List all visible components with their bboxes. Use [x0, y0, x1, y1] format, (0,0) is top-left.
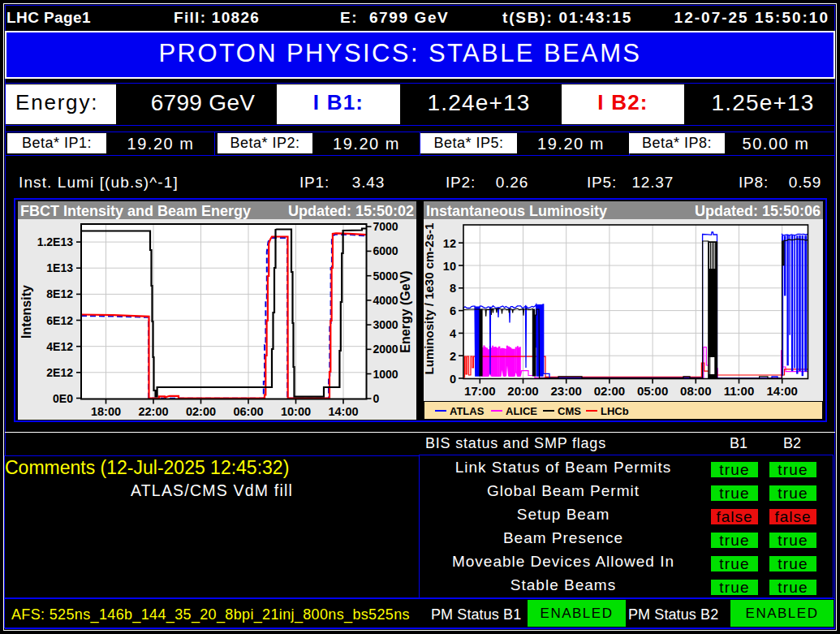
- svg-text:Luminosity / 1e30 cm-2s-1: Luminosity / 1e30 cm-2s-1: [422, 223, 436, 375]
- svg-text:11:00: 11:00: [724, 384, 755, 398]
- svg-text:7000: 7000: [373, 220, 398, 233]
- svg-text:6: 6: [450, 304, 456, 317]
- svg-text:4000: 4000: [373, 294, 398, 307]
- svg-text:17:00: 17:00: [464, 384, 495, 398]
- svg-text:Intensity: Intensity: [19, 285, 33, 339]
- svg-text:6000: 6000: [373, 244, 398, 257]
- svg-text:ALICE: ALICE: [506, 405, 537, 417]
- svg-text:3000: 3000: [373, 318, 398, 331]
- svg-text:5000: 5000: [373, 270, 398, 282]
- svg-text:20:00: 20:00: [507, 384, 538, 398]
- svg-text:1E13: 1E13: [46, 261, 73, 274]
- svg-text:0: 0: [373, 392, 380, 405]
- svg-text:05:00: 05:00: [637, 384, 668, 398]
- svg-text:4: 4: [450, 327, 456, 340]
- svg-text:18:00: 18:00: [91, 405, 121, 418]
- svg-text:02:00: 02:00: [594, 384, 625, 398]
- svg-text:Energy (GeV): Energy (GeV): [398, 270, 412, 352]
- svg-text:CMS: CMS: [558, 405, 581, 417]
- svg-text:08:00: 08:00: [680, 384, 711, 398]
- svg-text:1.2E13: 1.2E13: [37, 235, 74, 248]
- svg-text:06:00: 06:00: [233, 405, 263, 418]
- svg-text:10:00: 10:00: [281, 405, 311, 418]
- svg-text:02:00: 02:00: [186, 405, 216, 418]
- svg-text:8E12: 8E12: [46, 287, 73, 300]
- svg-text:6E12: 6E12: [46, 314, 73, 327]
- svg-text:2: 2: [450, 350, 456, 363]
- svg-text:4E12: 4E12: [46, 340, 73, 353]
- svg-text:LHCb: LHCb: [601, 405, 629, 417]
- svg-text:8: 8: [450, 282, 456, 295]
- svg-text:14:00: 14:00: [328, 405, 358, 418]
- svg-text:ATLAS: ATLAS: [450, 405, 485, 417]
- svg-text:23:00: 23:00: [551, 384, 582, 398]
- svg-text:22:00: 22:00: [138, 405, 168, 418]
- svg-text:1000: 1000: [373, 368, 398, 381]
- svg-text:2000: 2000: [373, 343, 398, 356]
- svg-text:10: 10: [443, 260, 456, 273]
- svg-text:14:00: 14:00: [767, 384, 798, 398]
- svg-text:2E12: 2E12: [46, 366, 73, 379]
- svg-text:12: 12: [443, 237, 456, 250]
- svg-text:0E0: 0E0: [53, 392, 73, 405]
- svg-text:0: 0: [450, 373, 456, 386]
